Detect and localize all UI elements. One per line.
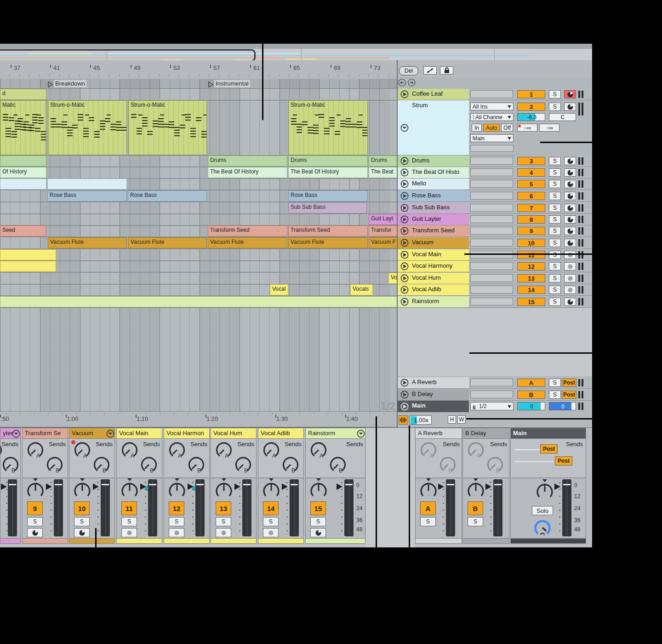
track-activator-bar[interactable] bbox=[582, 103, 583, 115]
strip-header[interactable]: A Reverb bbox=[416, 428, 462, 439]
device-box[interactable] bbox=[470, 274, 513, 282]
post-toggle-a[interactable]: Post bbox=[540, 444, 558, 454]
clip-rose-bass[interactable]: Rose Bass bbox=[47, 190, 127, 201]
track-header-strum[interactable]: Strum bbox=[398, 100, 469, 155]
clip-rose-bass[interactable]: Rose Bass bbox=[288, 190, 368, 201]
bar-ruler[interactable]: 37414549535761656973Del bbox=[0, 60, 592, 77]
track-activator-bar[interactable] bbox=[578, 379, 580, 386]
pan-knob[interactable] bbox=[167, 478, 187, 500]
clip-rose-bass[interactable]: Rose Bass bbox=[128, 190, 207, 201]
input-channel-chooser[interactable]: ⁞ All Channe bbox=[470, 113, 514, 121]
fader-handle[interactable] bbox=[196, 484, 204, 485]
record-arm-button[interactable] bbox=[564, 227, 576, 235]
track-header-transform-seed[interactable]: Transform Seed bbox=[398, 225, 469, 237]
post-toggle[interactable]: Post bbox=[562, 379, 576, 387]
play-icon[interactable] bbox=[400, 168, 409, 177]
solo-button[interactable]: Solo bbox=[532, 506, 553, 515]
volume-fader[interactable] bbox=[446, 479, 455, 536]
clip-drums[interactable]: Drums bbox=[208, 155, 287, 167]
device-box[interactable] bbox=[470, 227, 513, 235]
clip-vacuum-flute[interactable]: Vacuum Flute bbox=[288, 237, 368, 248]
volume-fader[interactable] bbox=[290, 479, 299, 536]
send-a-knob[interactable] bbox=[168, 441, 186, 459]
volume-fader[interactable] bbox=[101, 479, 110, 536]
track-activator-bar[interactable] bbox=[582, 239, 583, 247]
solo-button[interactable]: S bbox=[549, 90, 561, 98]
lock-envelopes-button[interactable] bbox=[440, 66, 453, 75]
clip-d[interactable]: d bbox=[0, 89, 46, 100]
clip-vocal-main[interactable] bbox=[0, 249, 56, 260]
record-arm-button[interactable] bbox=[74, 528, 90, 537]
strip-header[interactable]: Rainstorm bbox=[306, 428, 365, 439]
clip-drums[interactable]: Drums bbox=[288, 155, 368, 167]
track-activator-bar[interactable] bbox=[578, 204, 580, 212]
monitor-off-button[interactable]: Off bbox=[501, 124, 513, 132]
track-header-rose-bass[interactable]: Rose Bass bbox=[398, 190, 469, 202]
clip-the-beat-of-history[interactable]: The Beat Of History bbox=[208, 167, 287, 178]
track-header-main[interactable]: Main bbox=[398, 401, 469, 413]
input-type-chooser[interactable]: All Ins bbox=[470, 103, 514, 110]
fader-handle[interactable] bbox=[102, 484, 109, 485]
clip-vacuum-f[interactable]: Vacuum F bbox=[369, 237, 398, 248]
track-header-vocal-main[interactable]: Vocal Main bbox=[398, 249, 469, 261]
record-arm-button[interactable] bbox=[310, 528, 326, 537]
track-header-vocal-hum[interactable]: Vocal Hum bbox=[398, 273, 469, 284]
track-activator-bar[interactable] bbox=[578, 286, 580, 293]
clip-mello[interactable] bbox=[0, 178, 46, 190]
strip-header[interactable]: Vacuum bbox=[69, 428, 115, 439]
chevron-down-icon[interactable] bbox=[12, 430, 19, 437]
return-letter[interactable]: B bbox=[517, 391, 545, 399]
track-activator-bar[interactable] bbox=[582, 169, 583, 176]
track-header-rainstorm[interactable]: Rainstorm bbox=[398, 296, 469, 308]
solo-button[interactable]: S bbox=[549, 298, 561, 306]
volume-fader[interactable] bbox=[54, 479, 63, 536]
track-activator-bar[interactable] bbox=[582, 204, 583, 212]
track-number[interactable]: 12 bbox=[169, 501, 184, 515]
post-toggle[interactable]: Post bbox=[562, 391, 576, 399]
volume-fader[interactable] bbox=[242, 479, 251, 536]
play-icon[interactable] bbox=[400, 298, 409, 306]
track-activator-bar[interactable] bbox=[582, 379, 583, 386]
device-box[interactable] bbox=[470, 90, 513, 98]
solo-button[interactable]: S bbox=[216, 517, 231, 526]
return-letter[interactable]: A bbox=[517, 379, 545, 387]
device-box[interactable] bbox=[470, 239, 513, 247]
record-arm-button[interactable] bbox=[564, 286, 576, 294]
fader-handle[interactable] bbox=[9, 484, 16, 485]
track-activator-bar[interactable] bbox=[582, 275, 583, 282]
send-a-knob[interactable] bbox=[309, 441, 328, 459]
pan-field[interactable]: C bbox=[549, 113, 576, 121]
send-b-knob[interactable] bbox=[486, 455, 504, 474]
draw-mode-button[interactable] bbox=[423, 66, 437, 75]
track-number[interactable]: 12 bbox=[517, 262, 545, 270]
clip-the-beat-of-history[interactable]: The Beat Of History bbox=[288, 167, 368, 178]
solo-button[interactable]: S bbox=[549, 180, 561, 188]
pan-knob[interactable] bbox=[72, 478, 92, 500]
solo-button[interactable]: S bbox=[263, 517, 279, 526]
clip-vacuum-flute[interactable]: Vacuum Flute bbox=[128, 237, 207, 248]
track-activator-bar[interactable] bbox=[582, 251, 583, 259]
play-icon[interactable] bbox=[400, 274, 409, 282]
device-box[interactable] bbox=[470, 180, 513, 188]
track-header-vocal-adlib[interactable]: Vocal Adlib bbox=[398, 284, 469, 296]
track-number[interactable]: 11 bbox=[121, 501, 137, 515]
volume-field[interactable]: -6.3 bbox=[517, 113, 545, 121]
locator-flag[interactable]: Breakdown bbox=[47, 80, 112, 87]
strip-header[interactable]: Vocal Main bbox=[117, 428, 162, 439]
record-arm-button[interactable] bbox=[564, 180, 576, 188]
monitor-auto-button[interactable]: Auto bbox=[483, 124, 500, 132]
send-a-knob[interactable] bbox=[120, 441, 139, 459]
record-arm-button[interactable] bbox=[263, 528, 279, 537]
solo-button[interactable]: S bbox=[549, 239, 561, 247]
track-number[interactable]: 8 bbox=[517, 215, 545, 224]
solo-button[interactable]: S bbox=[549, 274, 561, 282]
fader-handle[interactable] bbox=[55, 484, 62, 485]
output-chooser[interactable]: Main bbox=[470, 134, 514, 142]
track-number[interactable]: 5 bbox=[517, 180, 545, 188]
play-icon[interactable] bbox=[400, 192, 409, 200]
track-activator-bar[interactable] bbox=[582, 227, 583, 235]
record-arm-button[interactable] bbox=[216, 528, 231, 537]
play-icon[interactable] bbox=[400, 204, 409, 212]
play-icon[interactable] bbox=[400, 239, 409, 247]
clip-vacuum-flute[interactable]: Vacuum Flute bbox=[208, 237, 287, 248]
